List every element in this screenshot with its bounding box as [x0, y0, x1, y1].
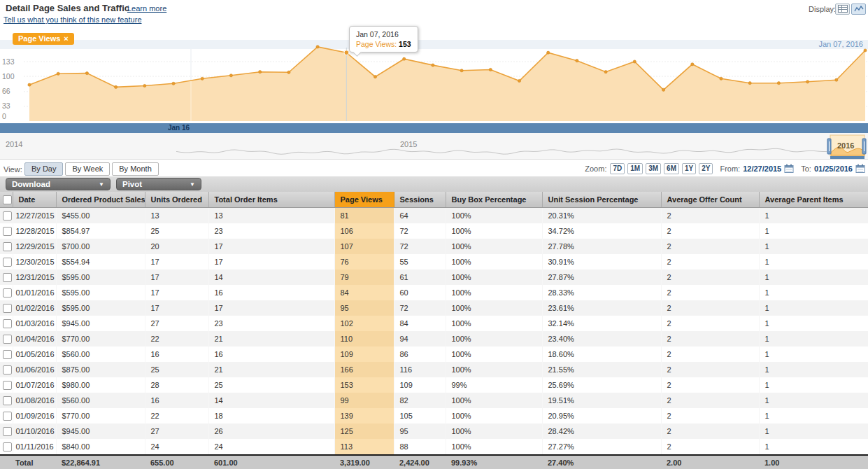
zoom-7d-button[interactable]: 7D	[610, 163, 625, 174]
table-cell: 95	[394, 424, 446, 439]
view-by-week-button[interactable]: By Week	[65, 162, 110, 176]
remove-series-icon[interactable]: ×	[64, 34, 68, 43]
detail-page-sales-traffic-report: Detail Page Sales and Traffic Learn more…	[0, 0, 868, 469]
zoom-6m-button[interactable]: 6M	[664, 163, 679, 174]
zoom-3m-button[interactable]: 3M	[646, 163, 661, 174]
row-checkbox[interactable]	[3, 365, 12, 374]
download-dropdown[interactable]: Download ▼	[6, 178, 111, 190]
row-checkbox[interactable]	[3, 396, 12, 405]
table-cell: $854.97	[56, 223, 145, 239]
total-cell: 27.40%	[542, 455, 661, 469]
data-point[interactable]	[720, 77, 723, 80]
column-header-buy-box-percentage[interactable]: Buy Box Percentage	[446, 192, 542, 208]
row-checkbox[interactable]	[3, 412, 12, 421]
data-point[interactable]	[576, 59, 578, 62]
to-date-value[interactable]: 01/25/2016	[814, 164, 853, 173]
row-checkbox[interactable]	[3, 319, 12, 328]
zoom-1m-button[interactable]: 1M	[627, 163, 643, 174]
data-point[interactable]	[489, 68, 492, 71]
to-calendar-icon[interactable]	[855, 164, 865, 174]
data-point[interactable]	[143, 84, 146, 87]
data-point[interactable]	[259, 71, 262, 74]
pivot-dropdown[interactable]: Pivot ▼	[116, 178, 201, 190]
column-header-average-offer-count[interactable]: Average Offer Count	[661, 192, 759, 208]
row-checkbox-cell	[0, 300, 13, 316]
table-cell: 100%	[446, 316, 542, 331]
row-checkbox[interactable]	[3, 350, 12, 359]
table-cell: 18	[208, 408, 334, 424]
column-header-unit-session-percentage[interactable]: Unit Session Percentage	[542, 192, 661, 208]
data-point[interactable]	[172, 82, 175, 85]
data-point[interactable]	[57, 72, 59, 75]
data-point[interactable]	[85, 72, 88, 75]
learn-more-link[interactable]: Learn more	[127, 4, 166, 13]
series-chip-page-views[interactable]: Page Views×	[13, 33, 74, 45]
row-checkbox[interactable]	[3, 381, 12, 390]
table-cell: 100%	[446, 362, 542, 377]
data-point[interactable]	[835, 78, 838, 81]
select-all-checkbox[interactable]	[3, 195, 12, 204]
data-point[interactable]	[864, 49, 867, 52]
row-checkbox[interactable]	[3, 442, 12, 451]
select-all-header	[0, 192, 13, 208]
display-table-button[interactable]	[835, 4, 850, 15]
data-point[interactable]	[777, 82, 780, 85]
column-header-page-views[interactable]: Page Views	[334, 192, 394, 208]
data-point[interactable]	[287, 71, 290, 74]
table-cell: 2	[661, 424, 759, 439]
data-point[interactable]	[806, 80, 809, 83]
data-point[interactable]	[604, 71, 607, 74]
column-header-total-order-items[interactable]: Total Order Items	[208, 192, 334, 208]
row-checkbox[interactable]	[3, 427, 12, 436]
column-header-date[interactable]: Date	[13, 192, 56, 208]
data-point[interactable]	[518, 79, 520, 82]
row-checkbox[interactable]	[3, 227, 12, 236]
data-point[interactable]	[373, 76, 376, 78]
table-cell: 01/03/2016	[13, 316, 56, 331]
highlighted-data-point[interactable]	[344, 50, 349, 55]
table-cell: 100%	[446, 239, 542, 254]
from-date-value[interactable]: 12/27/2015	[743, 164, 781, 173]
zoom-1y-button[interactable]: 1Y	[682, 163, 696, 174]
row-checkbox[interactable]	[3, 304, 12, 313]
data-point[interactable]	[229, 74, 232, 77]
data-point[interactable]	[662, 88, 665, 91]
page-views-area-chart[interactable]: 13310066330	[0, 43, 868, 123]
data-point[interactable]	[432, 64, 434, 66]
data-point[interactable]	[547, 51, 550, 54]
data-point[interactable]	[201, 77, 204, 80]
row-checkbox[interactable]	[3, 273, 12, 282]
row-checkbox[interactable]	[3, 258, 12, 267]
data-point[interactable]	[460, 69, 463, 72]
row-checkbox[interactable]	[3, 288, 12, 298]
column-header-ordered-product-sales[interactable]: Ordered Product Sales	[56, 192, 145, 208]
data-point[interactable]	[28, 83, 31, 86]
data-point[interactable]	[633, 60, 636, 63]
column-header-units-ordered[interactable]: Units Ordered	[145, 192, 208, 208]
table-cell: 2	[661, 300, 759, 316]
table-cell: 12/30/2015	[13, 254, 56, 270]
data-point[interactable]	[316, 46, 319, 48]
view-by-day-button[interactable]: By Day	[24, 162, 63, 176]
table-cell: 2	[661, 377, 759, 393]
from-calendar-icon[interactable]	[784, 164, 794, 174]
view-by-month-button[interactable]: By Month	[112, 162, 158, 176]
row-checkbox[interactable]	[3, 211, 12, 220]
data-point[interactable]	[115, 85, 118, 88]
table-cell: 100%	[446, 393, 542, 408]
column-header-sessions[interactable]: Sessions	[394, 192, 446, 208]
view-label: View:	[3, 165, 22, 174]
display-chart-button[interactable]	[851, 4, 866, 15]
row-checkbox[interactable]	[3, 335, 12, 344]
table-cell: 27.78%	[542, 239, 661, 254]
data-point[interactable]	[691, 63, 694, 66]
row-checkbox[interactable]	[3, 242, 12, 251]
range-navigator[interactable]: 2014 2015 2016	[0, 133, 868, 160]
table-cell: 94	[394, 331, 446, 346]
data-point[interactable]	[748, 82, 751, 85]
zoom-2y-button[interactable]: 2Y	[699, 163, 713, 174]
table-cell: 17	[208, 239, 334, 254]
column-header-average-parent-items[interactable]: Average Parent Items	[759, 192, 868, 208]
feedback-link[interactable]: Tell us what you think of this new featu…	[3, 15, 142, 24]
data-point[interactable]	[403, 57, 406, 60]
